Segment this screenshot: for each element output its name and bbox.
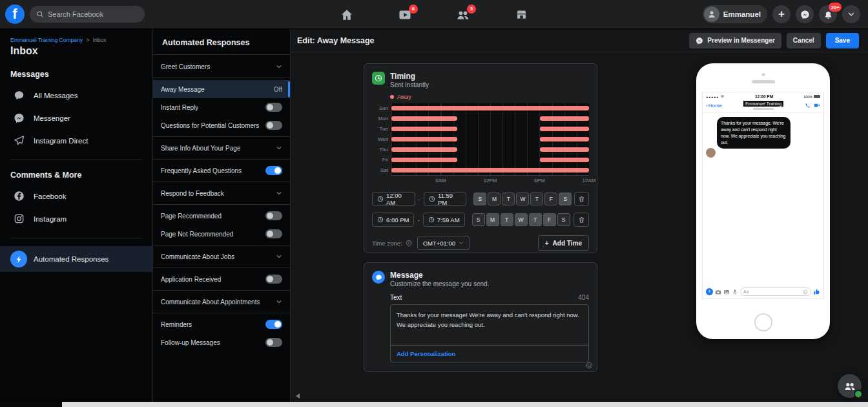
thumbs-up-icon[interactable] [813,288,820,295]
response-item-page-recommended[interactable]: Page Recommended [153,207,290,225]
timing-subtitle: Sent instantly [390,81,429,89]
chart-legend: Away [390,94,589,100]
editor-actions: Preview in Messenger Cancel Save [689,33,859,48]
day-button-t4[interactable]: T [530,193,543,205]
info-icon[interactable] [406,240,412,246]
search-input[interactable]: Search Facebook [30,6,145,23]
instagram-icon [10,211,27,227]
day-button-m1[interactable]: M [488,193,501,205]
account-menu-button[interactable] [842,5,860,23]
toggle-page-not-recommended[interactable] [265,229,282,238]
sidebar-item-instagram[interactable]: Instagram [0,207,152,230]
chat-plugin-widget[interactable] [838,374,862,398]
groups-badge: 3 [467,5,476,14]
toggle-follow-up-messages[interactable] [265,338,282,347]
divider [153,267,290,268]
groups-tab[interactable]: 3 [450,4,477,26]
end-time-input[interactable]: 7:59 AM [423,213,465,227]
response-item-page-not-recommended[interactable]: Page Not Recommended [153,225,290,243]
add-personalization-link[interactable]: Add Personalization [391,346,588,362]
sidebar-item-facebook[interactable]: Facebook [0,185,152,207]
profile-chip[interactable]: Emmanuel [703,5,767,23]
toggle-page-recommended[interactable] [265,211,282,220]
response-item-share-info-about-your-page[interactable]: Share Info About Your Page [153,139,290,157]
day-button-w3[interactable]: W [515,213,528,226]
response-item-follow-up-messages[interactable]: Follow-up Messages [153,333,290,351]
create-button[interactable]: + [772,5,790,23]
timing-card-header: Timing Sent instantly [372,72,589,89]
emoji-picker-icon[interactable] [586,362,593,369]
day-button-s0[interactable]: S [472,213,485,226]
response-item-communicate-about-jobs[interactable]: Communicate About Jobs [153,247,290,266]
day-button-s6[interactable]: S [557,213,570,226]
notifications-button[interactable]: 20+ [819,5,837,23]
sidebar-item-instagram-direct[interactable]: Instagram Direct [0,129,152,152]
toggle-application-received[interactable] [265,275,282,284]
composer-plus-button[interactable]: + [706,288,713,295]
day-button-f5[interactable]: F [544,193,557,205]
scrollbar-thumb[interactable] [0,402,62,407]
response-item-respond-to-feedback[interactable]: Respond to Feedback [153,184,290,202]
start-time-input[interactable]: 12:00 AM [372,192,415,206]
response-item-frequently-asked-questions[interactable]: Frequently Asked Questions [153,162,290,180]
watch-tab[interactable]: 6 [391,4,418,26]
facebook-logo[interactable]: f [5,5,25,24]
toggle-frequently-asked-questions[interactable] [265,166,282,175]
toggle-reminders[interactable] [265,320,282,329]
composer-input[interactable]: Aa [740,287,811,296]
response-item-questions-for-potential-customers[interactable]: Questions for Potential Customers [153,116,290,134]
day-button-w3[interactable]: W [516,193,529,205]
response-item-reminders[interactable]: Reminders [153,315,290,333]
message-textarea[interactable]: Thanks for your message! We're away and … [391,305,588,345]
person-icon [707,10,716,19]
messenger-icon [10,110,27,127]
breadcrumb-company-link[interactable]: Emmanuel Training Company [10,37,83,43]
sidebar-item-all-messages[interactable]: All Messages [0,84,152,107]
horizontal-scroll-left-arrow[interactable] [296,393,300,399]
photo-icon[interactable] [723,289,730,295]
text-field-label: Text [390,294,402,301]
home-tab[interactable] [333,4,360,26]
day-button-t2[interactable]: T [501,213,513,226]
phone-call-icon[interactable] [805,102,811,109]
day-button-f5[interactable]: F [543,213,556,226]
away-interval-bar [391,147,457,152]
toggle-questions-for-potential-customers[interactable] [265,121,282,130]
response-item-label: Questions for Potential Customers [161,122,259,129]
mic-icon[interactable] [732,289,738,295]
response-item-greet-customers[interactable]: Greet Customers [153,57,290,76]
day-button-m1[interactable]: M [486,213,499,226]
delete-schedule-button[interactable] [574,213,589,227]
messenger-button[interactable] [796,5,814,23]
back-to-home-link[interactable]: ‹ Home [706,103,722,109]
online-badge [854,390,863,399]
camera-icon[interactable] [715,289,721,295]
response-item-away-message[interactable]: Away MessageOff [153,80,290,98]
day-button-s0[interactable]: S [473,193,486,205]
toggle-instant-reply[interactable] [265,103,282,112]
add-time-button[interactable]: +Add Time [538,235,589,251]
phone-composer: + Aa [703,286,823,297]
response-item-communicate-about-appointments[interactable]: Communicate About Appointments [153,293,290,311]
preview-in-messenger-button[interactable]: Preview in Messenger [689,33,781,48]
comments-section-header: Comments & More [0,168,152,185]
cancel-button[interactable]: Cancel [787,33,821,48]
start-time-input[interactable]: 6:00 PM [372,213,414,227]
marketplace-tab[interactable] [508,4,535,26]
day-button-t4[interactable]: T [529,213,542,226]
end-time-input[interactable]: 11:59 PM [424,192,466,206]
page-horizontal-scrollbar[interactable] [0,402,868,407]
divider [153,182,290,182]
save-button[interactable]: Save [826,33,859,48]
sidebar-item-automated-responses[interactable]: Automated Responses [0,246,152,272]
day-button-s6[interactable]: S [559,193,572,205]
away-schedule-chart: SunMonTueWedThuFriSat [372,103,589,176]
video-call-icon[interactable] [814,102,820,109]
delete-schedule-button[interactable] [574,192,589,206]
day-button-t2[interactable]: T [502,193,515,205]
response-item-application-received[interactable]: Application Received [153,270,290,288]
toggle-knob [267,276,273,282]
response-item-instant-reply[interactable]: Instant Reply [153,98,290,116]
timezone-select[interactable]: GMT+01:00 [417,236,470,250]
sidebar-item-messenger[interactable]: Messenger [0,107,152,129]
